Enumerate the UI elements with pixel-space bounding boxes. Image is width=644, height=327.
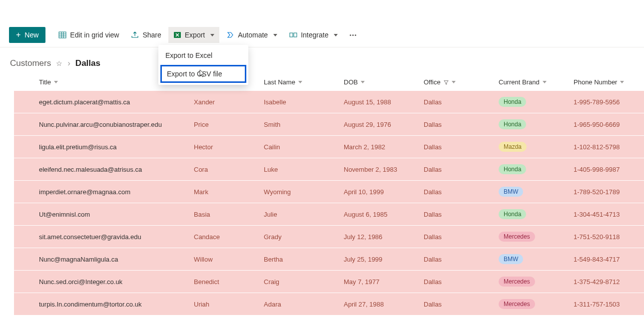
cell-title[interactable]: eleifend.nec.malesuada@atrisus.ca — [35, 158, 190, 181]
cell-phone: 1-995-789-5956 — [570, 91, 644, 113]
cell-office: Dallas — [420, 113, 495, 136]
integrate-icon — [289, 31, 297, 39]
chevron-down-icon — [54, 81, 58, 83]
table-row[interactable]: Ut@enimnisl.com Basia Julie August 6, 19… — [14, 203, 644, 226]
edit-grid-button[interactable]: Edit in grid view — [53, 27, 124, 43]
share-button[interactable]: Share — [126, 27, 166, 43]
star-icon[interactable]: ☆ — [56, 59, 62, 67]
brand-pill: Honda — [499, 119, 526, 129]
table-row[interactable]: Nunc.pulvinar.arcu@conubianostraper.edu … — [14, 113, 644, 136]
cell-title[interactable]: Nunc.pulvinar.arcu@conubianostraper.edu — [35, 113, 190, 136]
table-row[interactable]: imperdiet.ornare@magnaa.com Mark Wyoming… — [14, 181, 644, 203]
col-phone[interactable]: Phone Number — [570, 73, 644, 91]
cell-first-name: Basia — [190, 203, 260, 226]
cell-title[interactable]: turpis.In.condimentum@tortor.co.uk — [35, 293, 190, 316]
overflow-button[interactable] — [345, 27, 361, 43]
col-dob[interactable]: DOB — [340, 73, 420, 91]
cell-brand: BMW — [495, 181, 570, 203]
cell-first-name: Hector — [190, 136, 260, 158]
cell-title[interactable]: imperdiet.ornare@magnaa.com — [35, 181, 190, 203]
svg-rect-6 — [290, 33, 293, 37]
cell-brand: Honda — [495, 158, 570, 181]
cell-title[interactable]: Nunc@magnaNamligula.ca — [35, 248, 190, 271]
cell-phone: 1-549-843-4717 — [570, 248, 644, 271]
table-container: Title First Name Last Name DOB Office Cu… — [0, 73, 644, 316]
chevron-down-icon — [273, 34, 277, 36]
cell-dob: March 2, 1982 — [340, 136, 420, 158]
cell-dob: April 27, 1988 — [340, 293, 420, 316]
cell-last-name: Smith — [260, 113, 340, 136]
cell-office: Dallas — [420, 203, 495, 226]
table-row[interactable]: sit.amet.consectetuer@gravida.edu Candac… — [14, 226, 644, 248]
col-brand[interactable]: Current Brand — [495, 73, 570, 91]
svg-rect-0 — [59, 32, 66, 38]
new-button[interactable]: + New — [9, 27, 45, 43]
automate-button[interactable]: Automate — [221, 27, 282, 43]
cell-first-name: Benedict — [190, 271, 260, 293]
table-row[interactable]: Nunc@magnaNamligula.ca Willow Bertha Jul… — [14, 248, 644, 271]
cell-phone: 1-375-429-8712 — [570, 271, 644, 293]
cell-first-name: Uriah — [190, 293, 260, 316]
cell-first-name: Willow — [190, 248, 260, 271]
table-row[interactable]: eget.dictum.placerat@mattis.ca Xander Is… — [14, 91, 644, 113]
cell-last-name: Bertha — [260, 248, 340, 271]
cell-first-name: Price — [190, 113, 260, 136]
breadcrumb-list[interactable]: Customers — [10, 58, 51, 68]
cell-phone: 1-102-812-5798 — [570, 136, 644, 158]
cell-phone: 1-751-520-9118 — [570, 226, 644, 248]
export-excel-item[interactable]: Export to Excel — [158, 47, 248, 64]
brand-pill: Mercedes — [499, 277, 535, 287]
table-row[interactable]: turpis.In.condimentum@tortor.co.uk Uriah… — [14, 293, 644, 316]
cell-last-name: Craig — [260, 271, 340, 293]
chevron-down-icon — [298, 81, 302, 83]
grid-icon — [58, 31, 66, 39]
table-row[interactable]: ligula.elit.pretium@risus.ca Hector Cail… — [14, 136, 644, 158]
col-last-name[interactable]: Last Name — [260, 73, 340, 91]
chevron-down-icon — [361, 81, 365, 83]
table-row[interactable]: eleifend.nec.malesuada@atrisus.ca Cora L… — [14, 158, 644, 181]
export-csv-item[interactable]: Export to CSV file — [160, 65, 246, 83]
export-button[interactable]: Export — [168, 27, 219, 43]
share-icon — [131, 31, 139, 39]
integrate-button[interactable]: Integrate — [284, 27, 343, 43]
cell-first-name: Xander — [190, 91, 260, 113]
cell-title[interactable]: eget.dictum.placerat@mattis.ca — [35, 91, 190, 113]
chevron-down-icon — [210, 34, 214, 36]
cell-dob: May 7, 1977 — [340, 271, 420, 293]
automate-label: Automate — [238, 31, 268, 39]
cell-office: Dallas — [420, 158, 495, 181]
integrate-label: Integrate — [301, 31, 328, 39]
brand-pill: BMW — [499, 254, 523, 264]
cell-title[interactable]: Nunc.sed.orci@Integer.co.uk — [35, 271, 190, 293]
cell-title[interactable]: Ut@enimnisl.com — [35, 203, 190, 226]
cell-office: Dallas — [420, 271, 495, 293]
cell-brand: Mercedes — [495, 293, 570, 316]
brand-pill: Mazda — [499, 142, 527, 152]
cell-phone: 1-965-950-6669 — [570, 113, 644, 136]
table-row[interactable]: Nunc.sed.orci@Integer.co.uk Benedict Cra… — [14, 271, 644, 293]
export-csv-label: Export to CSV file — [167, 70, 222, 78]
cell-brand: Honda — [495, 113, 570, 136]
cursor-icon — [199, 69, 206, 79]
export-excel-label: Export to Excel — [165, 51, 212, 59]
share-label: Share — [142, 31, 161, 39]
cell-office: Dallas — [420, 248, 495, 271]
cell-dob: August 29, 1976 — [340, 113, 420, 136]
cell-last-name: Grady — [260, 226, 340, 248]
brand-pill: BMW — [499, 187, 523, 197]
col-office[interactable]: Office — [420, 73, 495, 91]
chevron-down-icon — [543, 81, 547, 83]
cell-brand: Mercedes — [495, 271, 570, 293]
new-button-label: New — [24, 31, 38, 39]
cell-dob: July 25, 1999 — [340, 248, 420, 271]
cell-title[interactable]: sit.amet.consectetuer@gravida.edu — [35, 226, 190, 248]
cell-title[interactable]: ligula.elit.pretium@risus.ca — [35, 136, 190, 158]
cell-last-name: Adara — [260, 293, 340, 316]
cell-last-name: Wyoming — [260, 181, 340, 203]
cell-dob: April 10, 1999 — [340, 181, 420, 203]
cell-phone: 1-789-520-1789 — [570, 181, 644, 203]
chevron-down-icon — [620, 81, 624, 83]
chevron-down-icon — [452, 81, 456, 83]
customers-table: Title First Name Last Name DOB Office Cu… — [14, 73, 644, 316]
export-dropdown: Export to Excel Export to CSV file — [158, 45, 248, 85]
